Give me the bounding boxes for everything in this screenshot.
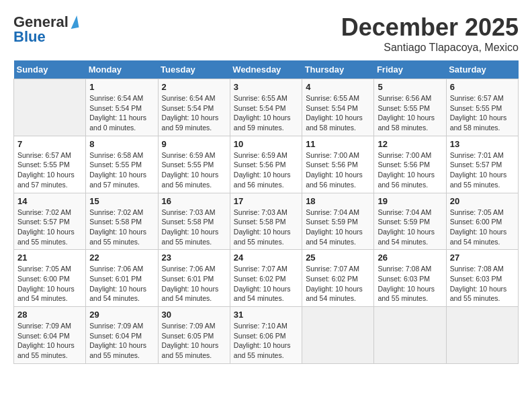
day-info: Sunrise: 7:01 AMSunset: 5:57 PMDaylight:… bbox=[450, 150, 515, 190]
day-info: Sunrise: 7:00 AMSunset: 5:56 PMDaylight:… bbox=[378, 150, 442, 190]
calendar-week-row: 14Sunrise: 7:02 AMSunset: 5:57 PMDayligh… bbox=[14, 193, 519, 250]
logo-blue-text: Blue bbox=[13, 28, 46, 46]
table-row: 23Sunrise: 7:06 AMSunset: 6:01 PMDayligh… bbox=[158, 250, 230, 307]
table-row: 3Sunrise: 6:55 AMSunset: 5:54 PMDaylight… bbox=[230, 79, 302, 136]
day-number: 3 bbox=[234, 82, 298, 92]
day-info: Sunrise: 7:07 AMSunset: 6:02 PMDaylight:… bbox=[234, 264, 298, 304]
day-info: Sunrise: 7:10 AMSunset: 6:06 PMDaylight:… bbox=[234, 321, 298, 361]
day-number: 27 bbox=[450, 253, 515, 263]
day-info: Sunrise: 6:57 AMSunset: 5:55 PMDaylight:… bbox=[17, 150, 82, 190]
day-info: Sunrise: 7:09 AMSunset: 6:04 PMDaylight:… bbox=[17, 321, 82, 361]
table-row: 10Sunrise: 6:59 AMSunset: 5:56 PMDayligh… bbox=[230, 136, 302, 193]
day-number: 30 bbox=[162, 310, 226, 320]
day-info: Sunrise: 6:54 AMSunset: 5:54 PMDaylight:… bbox=[162, 93, 226, 133]
table-row: 2Sunrise: 6:54 AMSunset: 5:54 PMDaylight… bbox=[158, 79, 230, 136]
day-info: Sunrise: 6:59 AMSunset: 5:55 PMDaylight:… bbox=[162, 150, 226, 190]
day-number: 20 bbox=[450, 196, 515, 206]
day-number: 14 bbox=[17, 196, 82, 206]
table-row: 26Sunrise: 7:08 AMSunset: 6:03 PMDayligh… bbox=[374, 250, 446, 307]
table-row: 13Sunrise: 7:01 AMSunset: 5:57 PMDayligh… bbox=[446, 136, 518, 193]
day-info: Sunrise: 7:09 AMSunset: 6:05 PMDaylight:… bbox=[162, 321, 226, 361]
table-row: 27Sunrise: 7:08 AMSunset: 6:03 PMDayligh… bbox=[446, 250, 518, 307]
day-number: 22 bbox=[89, 253, 154, 263]
table-row bbox=[302, 307, 374, 364]
day-info: Sunrise: 6:57 AMSunset: 5:55 PMDaylight:… bbox=[450, 93, 515, 133]
table-row: 8Sunrise: 6:58 AMSunset: 5:55 PMDaylight… bbox=[86, 136, 158, 193]
col-sunday: Sunday bbox=[14, 60, 86, 79]
day-info: Sunrise: 7:03 AMSunset: 5:58 PMDaylight:… bbox=[234, 208, 298, 247]
day-number: 11 bbox=[306, 139, 370, 149]
col-wednesday: Wednesday bbox=[230, 60, 302, 79]
page-title: December 2025 bbox=[341, 13, 519, 42]
calendar-week-row: 7Sunrise: 6:57 AMSunset: 5:55 PMDaylight… bbox=[14, 136, 519, 193]
day-info: Sunrise: 7:00 AMSunset: 5:56 PMDaylight:… bbox=[306, 150, 370, 190]
day-info: Sunrise: 6:58 AMSunset: 5:55 PMDaylight:… bbox=[89, 150, 154, 190]
calendar-week-row: 1Sunrise: 6:54 AMSunset: 5:54 PMDaylight… bbox=[14, 79, 519, 136]
page-header: General Blue December 2025 Santiago Tlap… bbox=[13, 13, 519, 54]
day-info: Sunrise: 7:08 AMSunset: 6:03 PMDaylight:… bbox=[378, 264, 442, 304]
table-row: 16Sunrise: 7:03 AMSunset: 5:58 PMDayligh… bbox=[158, 193, 230, 250]
day-number: 13 bbox=[450, 139, 515, 149]
page-subtitle: Santiago Tlapacoya, Mexico bbox=[341, 42, 519, 54]
table-row: 5Sunrise: 6:56 AMSunset: 5:55 PMDaylight… bbox=[374, 79, 446, 136]
table-row: 14Sunrise: 7:02 AMSunset: 5:57 PMDayligh… bbox=[14, 193, 86, 250]
table-row: 28Sunrise: 7:09 AMSunset: 6:04 PMDayligh… bbox=[14, 307, 86, 364]
logo: General Blue bbox=[13, 13, 78, 46]
table-row: 15Sunrise: 7:02 AMSunset: 5:58 PMDayligh… bbox=[86, 193, 158, 250]
day-info: Sunrise: 6:55 AMSunset: 5:54 PMDaylight:… bbox=[306, 93, 370, 133]
day-number: 28 bbox=[17, 310, 82, 320]
logo-arrow-icon bbox=[69, 15, 79, 29]
day-info: Sunrise: 7:06 AMSunset: 6:01 PMDaylight:… bbox=[89, 264, 154, 304]
table-row: 1Sunrise: 6:54 AMSunset: 5:54 PMDaylight… bbox=[86, 79, 158, 136]
table-row: 29Sunrise: 7:09 AMSunset: 6:04 PMDayligh… bbox=[86, 307, 158, 364]
day-number: 29 bbox=[89, 310, 154, 320]
day-info: Sunrise: 7:02 AMSunset: 5:58 PMDaylight:… bbox=[89, 208, 154, 247]
table-row: 7Sunrise: 6:57 AMSunset: 5:55 PMDaylight… bbox=[14, 136, 86, 193]
day-info: Sunrise: 7:08 AMSunset: 6:03 PMDaylight:… bbox=[450, 264, 515, 304]
table-row bbox=[446, 307, 518, 364]
table-row: 17Sunrise: 7:03 AMSunset: 5:58 PMDayligh… bbox=[230, 193, 302, 250]
day-info: Sunrise: 7:05 AMSunset: 6:00 PMDaylight:… bbox=[450, 208, 515, 247]
table-row: 21Sunrise: 7:05 AMSunset: 6:00 PMDayligh… bbox=[14, 250, 86, 307]
table-row bbox=[14, 79, 86, 136]
day-number: 25 bbox=[306, 253, 370, 263]
day-number: 21 bbox=[17, 253, 82, 263]
day-info: Sunrise: 7:02 AMSunset: 5:57 PMDaylight:… bbox=[17, 208, 82, 247]
day-info: Sunrise: 6:55 AMSunset: 5:54 PMDaylight:… bbox=[234, 93, 298, 133]
day-info: Sunrise: 7:04 AMSunset: 5:59 PMDaylight:… bbox=[378, 208, 442, 247]
day-number: 18 bbox=[306, 196, 370, 206]
table-row: 20Sunrise: 7:05 AMSunset: 6:00 PMDayligh… bbox=[446, 193, 518, 250]
day-number: 31 bbox=[234, 310, 298, 320]
day-info: Sunrise: 7:09 AMSunset: 6:04 PMDaylight:… bbox=[89, 321, 154, 361]
day-number: 23 bbox=[162, 253, 226, 263]
calendar-week-row: 28Sunrise: 7:09 AMSunset: 6:04 PMDayligh… bbox=[14, 307, 519, 364]
col-monday: Monday bbox=[86, 60, 158, 79]
table-row: 12Sunrise: 7:00 AMSunset: 5:56 PMDayligh… bbox=[374, 136, 446, 193]
col-tuesday: Tuesday bbox=[158, 60, 230, 79]
day-info: Sunrise: 7:07 AMSunset: 6:02 PMDaylight:… bbox=[306, 264, 370, 304]
col-thursday: Thursday bbox=[302, 60, 374, 79]
day-info: Sunrise: 6:59 AMSunset: 5:56 PMDaylight:… bbox=[234, 150, 298, 190]
day-number: 15 bbox=[89, 196, 154, 206]
calendar-header-row: Sunday Monday Tuesday Wednesday Thursday… bbox=[14, 60, 519, 79]
day-info: Sunrise: 7:05 AMSunset: 6:00 PMDaylight:… bbox=[17, 264, 82, 304]
day-info: Sunrise: 7:03 AMSunset: 5:58 PMDaylight:… bbox=[162, 208, 226, 247]
table-row: 30Sunrise: 7:09 AMSunset: 6:05 PMDayligh… bbox=[158, 307, 230, 364]
day-number: 17 bbox=[234, 196, 298, 206]
day-number: 4 bbox=[306, 82, 370, 92]
day-number: 5 bbox=[378, 82, 442, 92]
col-saturday: Saturday bbox=[446, 60, 518, 79]
table-row: 11Sunrise: 7:00 AMSunset: 5:56 PMDayligh… bbox=[302, 136, 374, 193]
table-row: 31Sunrise: 7:10 AMSunset: 6:06 PMDayligh… bbox=[230, 307, 302, 364]
day-number: 26 bbox=[378, 253, 442, 263]
day-number: 1 bbox=[89, 82, 154, 92]
day-number: 6 bbox=[450, 82, 515, 92]
table-row: 6Sunrise: 6:57 AMSunset: 5:55 PMDaylight… bbox=[446, 79, 518, 136]
day-number: 19 bbox=[378, 196, 442, 206]
table-row: 9Sunrise: 6:59 AMSunset: 5:55 PMDaylight… bbox=[158, 136, 230, 193]
day-number: 12 bbox=[378, 139, 442, 149]
day-info: Sunrise: 6:54 AMSunset: 5:54 PMDaylight:… bbox=[89, 93, 154, 133]
title-block: December 2025 Santiago Tlapacoya, Mexico bbox=[341, 13, 519, 54]
table-row: 24Sunrise: 7:07 AMSunset: 6:02 PMDayligh… bbox=[230, 250, 302, 307]
table-row: 22Sunrise: 7:06 AMSunset: 6:01 PMDayligh… bbox=[86, 250, 158, 307]
